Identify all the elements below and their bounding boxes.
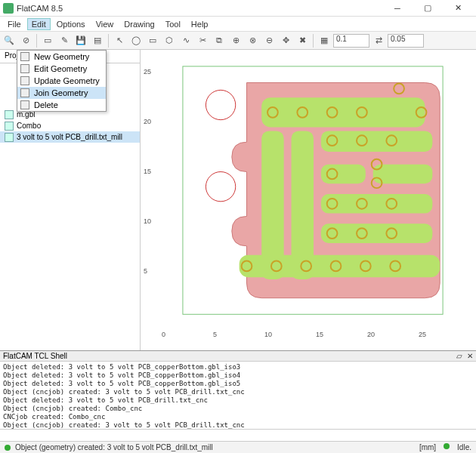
mi-label: Edit Geometry bbox=[34, 64, 87, 73]
save-icon[interactable]: 💾 bbox=[73, 33, 88, 48]
shell-input[interactable] bbox=[0, 430, 476, 441]
x-tick: 10 bbox=[264, 331, 272, 338]
status-state: Idle. bbox=[457, 443, 471, 451]
y-tick: 25 bbox=[144, 68, 151, 76]
menu-edit[interactable]: Edit bbox=[27, 18, 51, 30]
tcl-shell: FlatCAM TCL Shell ▱ ✕ Object deleted: 3 … bbox=[0, 350, 476, 441]
grid-y-input[interactable]: 0.05 bbox=[388, 34, 424, 48]
menu-view[interactable]: View bbox=[91, 18, 119, 30]
shell-float-icon[interactable]: ▱ bbox=[456, 352, 462, 360]
polygon-icon[interactable]: ⬡ bbox=[162, 33, 177, 48]
menubar: File Edit Options View Drawing Tool Help bbox=[0, 17, 476, 32]
intersect-icon[interactable]: ⊗ bbox=[245, 33, 260, 48]
circle-icon[interactable]: ◯ bbox=[128, 33, 144, 48]
geometry-icon bbox=[5, 133, 14, 142]
close-button[interactable]: ✕ bbox=[443, 0, 473, 17]
y-tick: 15 bbox=[144, 168, 151, 175]
update-geometry-icon bbox=[20, 76, 29, 85]
shell-titlebar: FlatCAM TCL Shell ▱ ✕ bbox=[0, 351, 476, 362]
grid-x-input[interactable]: 0.1 bbox=[333, 34, 369, 48]
cut-path-icon[interactable]: ✂ bbox=[195, 33, 210, 48]
y-tick: 20 bbox=[144, 118, 151, 125]
x-tick: 20 bbox=[367, 331, 375, 338]
shell-input-row bbox=[0, 429, 476, 441]
svg-rect-9 bbox=[240, 255, 440, 278]
link-icon[interactable]: ⇄ bbox=[371, 33, 386, 48]
left-panel: Proj Sel Options ool New Geometry Edit G… bbox=[0, 50, 141, 350]
grid-icon[interactable]: ▦ bbox=[317, 33, 332, 48]
separator bbox=[36, 34, 37, 48]
menu-drawing[interactable]: Drawing bbox=[119, 18, 159, 30]
zoom-icon[interactable]: 🔍 bbox=[2, 33, 17, 48]
delete-icon bbox=[20, 100, 29, 109]
status-message: Object (geometry) created: 3 volt to 5 v… bbox=[15, 443, 213, 451]
window-title: FlatCAM 8.5 bbox=[17, 4, 382, 13]
plot-canvas[interactable]: 25 20 15 10 5 0 5 10 15 20 25 bbox=[141, 50, 476, 350]
mi-new-geometry[interactable]: New Geometry bbox=[17, 51, 106, 63]
move-icon[interactable]: ✥ bbox=[278, 33, 293, 48]
mi-label: Delete bbox=[34, 100, 58, 109]
mi-edit-geometry[interactable]: Edit Geometry bbox=[17, 63, 106, 75]
minimize-button[interactable]: ─ bbox=[382, 0, 413, 17]
x-tick: 25 bbox=[419, 331, 426, 338]
plot-area bbox=[159, 60, 468, 328]
statusbar: Object (geometry) created: 3 volt to 5 v… bbox=[0, 441, 476, 453]
mi-join-geometry[interactable]: Join Geometry bbox=[17, 87, 106, 99]
tree-item[interactable]: 3 volt to 5 volt PCB_drill.txt_mill bbox=[0, 131, 140, 143]
status-led-icon bbox=[444, 443, 450, 449]
svg-point-34 bbox=[206, 90, 235, 119]
app-icon bbox=[3, 3, 14, 14]
menu-help[interactable]: Help bbox=[187, 18, 213, 30]
svg-rect-1 bbox=[261, 97, 425, 127]
subtract-icon[interactable]: ⊖ bbox=[261, 33, 277, 48]
menu-tool[interactable]: Tool bbox=[161, 18, 185, 30]
mi-delete[interactable]: Delete bbox=[17, 99, 106, 111]
clear-icon[interactable]: ⊘ bbox=[18, 33, 33, 48]
join-geometry-icon bbox=[20, 88, 29, 97]
separator bbox=[313, 34, 314, 48]
tree-item-label: 3 volt to 5 volt PCB_drill.txt_mill bbox=[17, 133, 122, 141]
cursor-icon[interactable]: ↖ bbox=[112, 33, 127, 48]
menu-file[interactable]: File bbox=[3, 18, 26, 30]
mi-label: Join Geometry bbox=[34, 88, 88, 97]
menu-options[interactable]: Options bbox=[52, 18, 90, 30]
mi-label: New Geometry bbox=[34, 52, 89, 61]
titlebar: FlatCAM 8.5 ─ ▢ ✕ bbox=[0, 0, 476, 17]
svg-point-35 bbox=[206, 172, 235, 202]
status-led-icon bbox=[5, 445, 11, 451]
geometry-icon bbox=[5, 122, 14, 131]
path-icon[interactable]: ∿ bbox=[178, 33, 193, 48]
delete-icon[interactable]: ✖ bbox=[295, 33, 310, 48]
edit-dropdown: New Geometry Edit Geometry Update Geomet… bbox=[17, 50, 107, 112]
mi-update-geometry[interactable]: Update Geometry bbox=[17, 75, 106, 87]
shell-close-icon[interactable]: ✕ bbox=[467, 352, 473, 360]
copy-icon[interactable]: ⧉ bbox=[212, 33, 227, 48]
shell-title-label: FlatCAM TCL Shell bbox=[3, 352, 67, 360]
rect-icon[interactable]: ▭ bbox=[145, 33, 160, 48]
new-geometry-icon bbox=[20, 52, 29, 61]
edit-geometry-icon bbox=[20, 64, 29, 73]
status-units: [mm] bbox=[419, 443, 436, 451]
tree-item-label: Combo bbox=[17, 122, 41, 130]
y-tick: 10 bbox=[144, 217, 151, 225]
gerber-icon bbox=[5, 110, 14, 119]
shell-output[interactable]: Object deleted: 3 volt to 5 volt PCB_cop… bbox=[0, 362, 476, 429]
new-geometry-icon[interactable]: ▭ bbox=[40, 33, 55, 48]
maximize-button[interactable]: ▢ bbox=[413, 0, 443, 17]
tree-item[interactable]: Combo bbox=[0, 120, 140, 131]
x-tick: 15 bbox=[316, 331, 323, 338]
delete-layer-icon[interactable]: ▤ bbox=[90, 33, 105, 48]
x-tick: 5 bbox=[213, 331, 217, 338]
union-icon[interactable]: ⊕ bbox=[228, 33, 243, 48]
y-tick: 5 bbox=[144, 267, 147, 275]
main-area: Proj Sel Options ool New Geometry Edit G… bbox=[0, 50, 476, 350]
toolbar: 🔍 ⊘ ▭ ✎ 💾 ▤ ↖ ◯ ▭ ⬡ ∿ ✂ ⧉ ⊕ ⊗ ⊖ ✥ ✖ ▦ 0.… bbox=[0, 32, 476, 50]
separator bbox=[108, 34, 109, 48]
edit-geometry-icon[interactable]: ✎ bbox=[57, 33, 72, 48]
mi-label: Update Geometry bbox=[34, 76, 100, 85]
x-tick: 0 bbox=[162, 331, 165, 338]
